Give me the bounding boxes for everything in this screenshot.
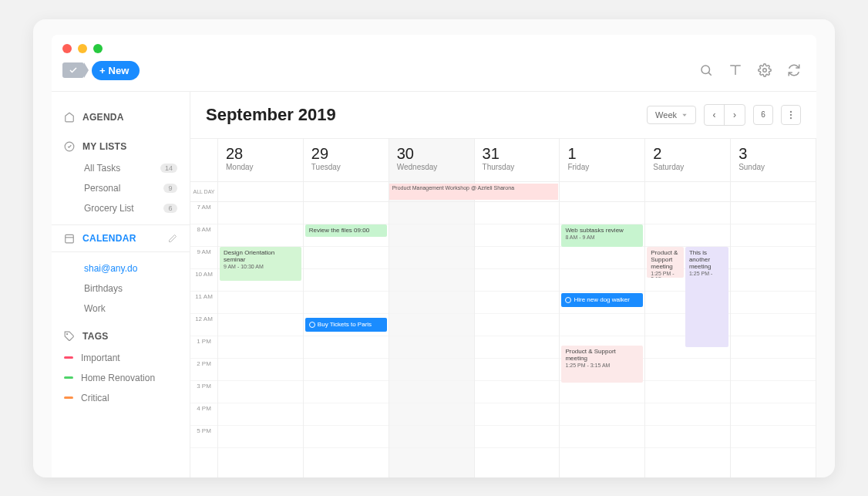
- calendar-title: September 2019: [206, 105, 336, 125]
- day-col-monday[interactable]: 28Monday Design Orientation seminar 9 AM…: [218, 139, 304, 477]
- sidebar-cal-shai[interactable]: shai@any.do: [64, 258, 177, 278]
- tag-home-renovation[interactable]: Home Renovation: [64, 368, 177, 388]
- content-area: AGENDA MY LISTS All Tasks14 Personal9 Gr…: [52, 92, 816, 477]
- task-circle-icon: [565, 297, 571, 303]
- event-another-meeting[interactable]: This is another meeting 1:25 PM -: [685, 247, 728, 347]
- plus-icon: +: [99, 65, 106, 76]
- chevron-down-icon: [681, 112, 688, 118]
- sidebar-list-grocery[interactable]: Grocery List6: [64, 198, 177, 218]
- close-dot[interactable]: [62, 44, 72, 53]
- event-web-subtasks[interactable]: Web subtasks review 8 AM - 9 AM: [561, 224, 643, 247]
- book-icon[interactable]: [728, 63, 742, 77]
- calendar-icon: [64, 233, 75, 244]
- minimize-dot[interactable]: [78, 44, 87, 53]
- sidebar-cal-birthdays[interactable]: Birthdays: [64, 278, 177, 299]
- laptop-frame: + New AGENDA: [33, 19, 835, 477]
- allday-slot[interactable]: [645, 182, 730, 202]
- allday-slot[interactable]: [218, 182, 303, 202]
- pencil-icon[interactable]: [168, 234, 177, 243]
- gear-icon[interactable]: [758, 63, 772, 77]
- calendar-header: September 2019 Week ‹ › 6: [190, 92, 816, 138]
- event-buy-tickets[interactable]: Buy Tickets to Paris: [305, 318, 387, 332]
- day-col-saturday[interactable]: 2Saturday Product & Support meeting 1:25…: [645, 139, 731, 477]
- tag-icon: [64, 331, 75, 342]
- app-window: + New AGENDA: [52, 35, 816, 477]
- dots-vertical-icon: [786, 110, 796, 120]
- day-header: 28Monday: [218, 139, 303, 182]
- day-col-thursday[interactable]: 31Thursday: [475, 139, 560, 477]
- days-container: 28Monday Design Orientation seminar 9 AM…: [218, 139, 816, 477]
- day-header: 30Wednesday: [389, 139, 474, 182]
- svg-point-9: [790, 113, 792, 115]
- event-design-orientation[interactable]: Design Orientation seminar 9 AM - 10:30 …: [220, 247, 301, 281]
- day-header: 2Saturday: [645, 139, 730, 182]
- task-circle-icon: [309, 322, 315, 328]
- sidebar: AGENDA MY LISTS All Tasks14 Personal9 Gr…: [52, 92, 190, 477]
- window-controls: [52, 35, 816, 53]
- sidebar-list-personal[interactable]: Personal9: [64, 178, 177, 198]
- day-header: 29Tuesday: [304, 139, 389, 182]
- svg-point-6: [67, 333, 68, 334]
- check-circle-icon: [64, 141, 75, 152]
- maximize-dot[interactable]: [93, 44, 103, 53]
- svg-marker-7: [682, 113, 686, 116]
- sidebar-agenda[interactable]: AGENDA: [64, 106, 177, 129]
- sidebar-calendar[interactable]: CALENDAR: [52, 224, 190, 252]
- next-button[interactable]: ›: [725, 105, 745, 125]
- sync-icon[interactable]: [787, 63, 801, 77]
- svg-point-8: [790, 110, 792, 112]
- toolbar: + New: [52, 53, 816, 92]
- day-col-wednesday[interactable]: 30Wednesday Product Management Workshop …: [389, 139, 475, 477]
- day-header: 31Thursday: [475, 139, 560, 182]
- new-button[interactable]: + New: [92, 61, 140, 80]
- done-tag-icon[interactable]: [62, 62, 84, 78]
- sidebar-tags[interactable]: TAGS: [64, 325, 177, 348]
- allday-slot[interactable]: [475, 182, 560, 202]
- home-icon: [64, 112, 75, 123]
- svg-line-1: [708, 73, 711, 75]
- today-button[interactable]: 6: [753, 105, 773, 125]
- tag-critical[interactable]: Critical: [64, 388, 177, 408]
- sidebar-cal-work[interactable]: Work: [64, 299, 177, 319]
- allday-slot[interactable]: [304, 182, 389, 202]
- event-hire-dog-walker[interactable]: Hire new dog walker: [561, 293, 643, 307]
- search-icon[interactable]: [699, 63, 713, 77]
- calendar-main: September 2019 Week ‹ › 6: [190, 92, 816, 477]
- event-review-files[interactable]: Review the files 09:00: [305, 224, 387, 237]
- view-select[interactable]: Week: [647, 106, 696, 124]
- calendar-grid: ALL DAY 7 AM 8 AM 9 AM 10 AM 11 AM 12 AM…: [190, 138, 816, 477]
- svg-point-0: [701, 66, 710, 74]
- svg-point-2: [763, 69, 767, 73]
- day-col-friday[interactable]: 1Friday Web subtasks review 8 AM - 9 AM: [560, 139, 645, 477]
- day-header: 1Friday: [560, 139, 644, 182]
- prev-button[interactable]: ‹: [705, 105, 725, 125]
- time-column: ALL DAY 7 AM 8 AM 9 AM 10 AM 11 AM 12 AM…: [190, 139, 218, 477]
- event-product-support-fri[interactable]: Product & Support meeting 1:25 PM - 3:15…: [561, 346, 643, 383]
- day-header: 3Sunday: [731, 139, 816, 182]
- allday-slot[interactable]: [731, 182, 816, 202]
- sidebar-mylists[interactable]: MY LISTS: [64, 135, 177, 158]
- allday-slot[interactable]: Product Management Workshop @ Azrieli Sh…: [389, 182, 474, 202]
- day-col-sunday[interactable]: 3Sunday: [731, 139, 816, 477]
- svg-rect-4: [66, 235, 74, 243]
- event-product-support-sat[interactable]: Product & Support meeting 1:25 PM - 3:15: [647, 247, 683, 278]
- day-col-tuesday[interactable]: 29Tuesday Review the files 09:00 Buy Tic…: [304, 139, 389, 477]
- tag-important[interactable]: Important: [64, 348, 177, 368]
- sidebar-list-alltasks[interactable]: All Tasks14: [64, 158, 177, 178]
- svg-point-10: [790, 116, 792, 118]
- nav-group: ‹ ›: [704, 104, 745, 126]
- more-button[interactable]: [781, 105, 801, 125]
- allday-slot[interactable]: [560, 182, 644, 202]
- new-button-label: New: [109, 65, 130, 76]
